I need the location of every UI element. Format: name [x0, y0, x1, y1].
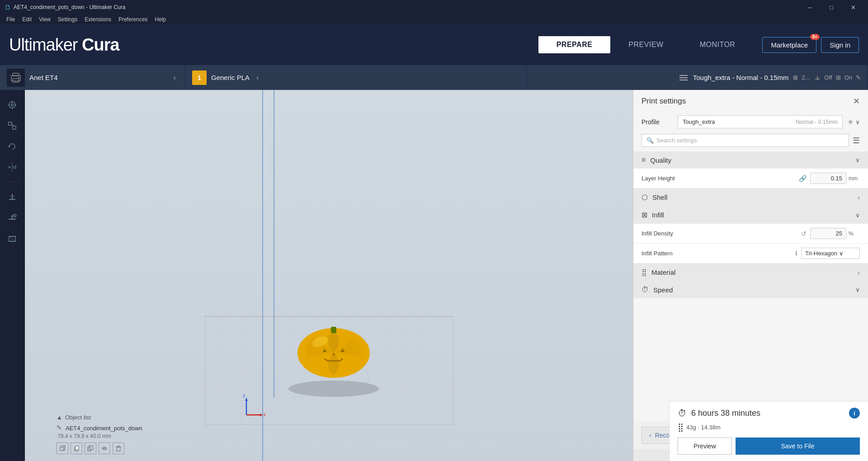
bottom-bar: ⏱ 6 hours 38 minutes i ⣿ 43g · 14.38m Pr…	[669, 401, 868, 461]
speed-title: Speed	[653, 286, 673, 294]
material-name: Generic PLA	[211, 74, 250, 81]
minimize-button[interactable]: ─	[799, 0, 820, 14]
preview-button[interactable]: Preview	[678, 437, 732, 455]
svg-point-10	[11, 104, 14, 106]
logo-bold: Cura	[82, 35, 119, 54]
obj-icon-delete[interactable]	[113, 442, 124, 454]
settings-search-box[interactable]: 🔍 Search settings	[642, 134, 849, 147]
edit-icon[interactable]: ✎	[856, 74, 861, 81]
svg-marker-20	[9, 166, 11, 169]
quality-icon: ≡	[642, 156, 646, 164]
infill-density-input[interactable]	[810, 228, 846, 239]
printer-prev-arrow[interactable]: ‹	[171, 74, 178, 82]
infill-density-row: Infill Density ↺ %	[633, 224, 868, 244]
obj-icon-duplicate[interactable]	[85, 442, 96, 454]
menu-extensions[interactable]: Extensions	[82, 15, 114, 24]
menu-help[interactable]: Help	[152, 15, 169, 24]
tool-support[interactable]	[4, 188, 20, 205]
svg-rect-32	[9, 236, 16, 237]
tool-mirror[interactable]	[4, 159, 20, 175]
section-shell-left: ⬡ Shell	[642, 193, 667, 202]
object-list-toggle[interactable]: ▲ Object list	[57, 414, 142, 421]
section-speed-left: ⏱ Speed	[642, 286, 673, 294]
save-to-file-button[interactable]: Save to File	[736, 437, 860, 455]
tab-preview[interactable]: PREVIEW	[610, 36, 681, 53]
section-speed-header[interactable]: ⏱ Speed ∨	[633, 281, 868, 298]
marketplace-button[interactable]: Marketplace 9+	[762, 37, 816, 53]
material-section-icon: ⣿	[642, 268, 647, 277]
profile-select-buttons: ★ ∨	[847, 118, 860, 126]
svg-rect-57	[117, 447, 120, 451]
signin-button[interactable]: Sign in	[821, 37, 859, 53]
infill-count: 2...	[802, 74, 810, 81]
maximize-button[interactable]: □	[821, 0, 842, 14]
material-arrow[interactable]: ‹	[254, 74, 261, 82]
collapse-icon: ▲	[57, 414, 62, 421]
infill-section-icon: ⊠	[642, 211, 647, 219]
info-button[interactable]: i	[849, 408, 860, 419]
profile-select[interactable]: Tough_extra Normal - 0.15mm	[678, 115, 843, 128]
viewport[interactable]: X Z ▲ Object list ✎ AET4_condiment_pots_…	[25, 90, 633, 461]
search-icon: 🔍	[646, 137, 654, 144]
menu-edit[interactable]: Edit	[19, 15, 34, 24]
infill-pattern-chevron: ∨	[839, 250, 844, 257]
profile-label: Profile	[642, 118, 673, 126]
object-list-label: Object list	[65, 414, 91, 421]
bottom-actions: Preview Save to File	[678, 437, 860, 455]
profile-dropdown-button[interactable]: ∨	[855, 118, 860, 126]
logo-light: Ultimaker	[9, 35, 82, 54]
section-infill-header[interactable]: ⊠ Infill ∨	[633, 206, 868, 224]
search-row: 🔍 Search settings ☰	[633, 134, 868, 151]
titlebar: 🗋 AET4_condiment_pots_down - Ultimaker C…	[0, 0, 868, 14]
menu-settings[interactable]: Settings	[55, 15, 80, 24]
tool-scale[interactable]	[4, 118, 20, 134]
menu-view[interactable]: View	[36, 15, 53, 24]
tab-monitor[interactable]: MONITOR	[682, 36, 754, 53]
section-shell-header[interactable]: ⬡ Shell ‹	[633, 188, 868, 206]
profile-sub-name: Normal - 0.15mm	[796, 119, 838, 125]
layer-height-input[interactable]	[810, 173, 846, 184]
layer-height-row: Layer Height 🔗 mm	[633, 169, 868, 188]
svg-rect-6	[679, 80, 688, 80]
search-placeholder: Search settings	[656, 137, 697, 144]
material-section: 1 Generic PLA ‹	[185, 65, 527, 90]
material-stat-text: 43g · 14.38m	[686, 424, 721, 431]
printer-icon[interactable]	[7, 69, 25, 87]
svg-line-35	[10, 238, 14, 240]
printer-name: Anet ET4	[29, 74, 167, 81]
print-settings-title: Print settings	[642, 97, 686, 106]
print-settings-close[interactable]: ✕	[853, 96, 860, 106]
marketplace-badge: 9+	[810, 34, 820, 40]
menu-file[interactable]: File	[4, 15, 18, 24]
svg-rect-48	[60, 447, 64, 451]
toolbar: Anet ET4 ‹ 1 Generic PLA ‹ Tough_extra -…	[0, 65, 868, 90]
obj-icon-view[interactable]	[99, 442, 110, 454]
main-area: X Z ▲ Object list ✎ AET4_condiment_pots_…	[0, 90, 868, 461]
profile-row: Profile Tough_extra Normal - 0.15mm ★ ∨	[633, 112, 868, 134]
tab-prepare[interactable]: PREPARE	[538, 36, 611, 53]
infill-chevron: ∨	[855, 212, 860, 219]
viewport-bg: X Z ▲ Object list ✎ AET4_condiment_pots_…	[25, 90, 633, 461]
section-material-header[interactable]: ⣿ Material ‹	[633, 263, 868, 281]
material-chevron: ‹	[858, 269, 860, 276]
tool-custom-support[interactable]	[4, 209, 20, 226]
menu-preferences[interactable]: Preferences	[116, 15, 151, 24]
menubar: File Edit View Settings Extensions Prefe…	[0, 14, 868, 24]
3d-model-pumpkin	[288, 317, 379, 386]
svg-marker-43	[260, 414, 262, 416]
quality-title: Quality	[650, 156, 671, 164]
infill-density-reset-icon: ↺	[801, 230, 807, 237]
tool-seam[interactable]	[4, 230, 20, 246]
left-toolbar	[0, 90, 25, 461]
infill-pattern-select[interactable]: Tri-Hexagon ∨	[801, 248, 860, 259]
profile-favorite-button[interactable]: ★	[847, 118, 854, 126]
obj-icon-cube[interactable]	[57, 442, 68, 454]
settings-menu-button[interactable]: ☰	[853, 136, 860, 146]
support-label: Off	[825, 74, 832, 81]
obj-icon-copy[interactable]	[71, 442, 82, 454]
material-stats: ⣿ 43g · 14.38m	[678, 422, 860, 432]
close-button[interactable]: ✕	[843, 0, 863, 14]
section-quality-header[interactable]: ≡ Quality ∨	[633, 151, 868, 169]
tool-rotate[interactable]	[4, 138, 20, 155]
tool-move[interactable]	[4, 97, 20, 113]
